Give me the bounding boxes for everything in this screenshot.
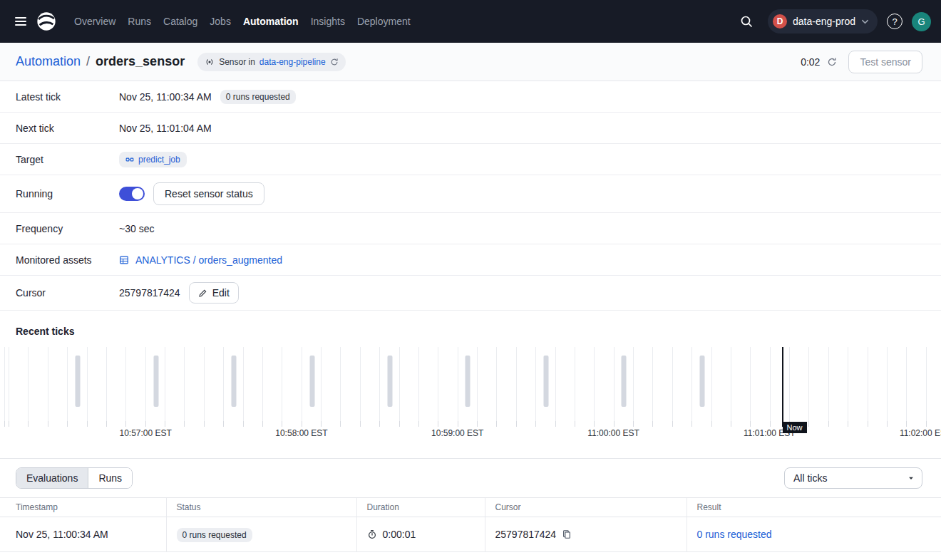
sensor-location-badge: Sensor in data-eng-pipeline — [197, 53, 345, 71]
avatar-initial: G — [917, 16, 925, 27]
tick-bar[interactable] — [153, 356, 158, 407]
deployment-badge: D — [773, 14, 787, 28]
page-title: orders_sensor — [96, 54, 185, 69]
recent-ticks-chart: 10:57:00 EST10:58:00 EST10:59:00 EST11:0… — [0, 347, 941, 441]
now-chip: Now — [783, 422, 807, 433]
copy-cursor-button[interactable] — [562, 529, 572, 539]
tick-bar[interactable] — [466, 356, 470, 407]
breadcrumb: Automation / orders_sensor — [16, 54, 185, 69]
nav-item-insights[interactable]: Insights — [311, 16, 345, 27]
reset-sensor-status-button[interactable]: Reset sensor status — [153, 182, 264, 205]
chevron-down-icon — [861, 18, 869, 26]
row-cursor: 25797817424 — [495, 529, 557, 540]
primary-nav: Overview Runs Catalog Jobs Automation In… — [74, 16, 411, 27]
monitored-asset-link[interactable]: ANALYTICS / orders_augmented — [119, 254, 282, 266]
nav-item-automation[interactable]: Automation — [243, 16, 299, 27]
column-header-cursor: Cursor — [485, 498, 687, 517]
detail-row-latest-tick: Latest tick Nov 25, 11:00:34 AM 0 runs r… — [0, 81, 941, 113]
axis-label: 10:57:00 EST — [120, 428, 172, 438]
nav-item-deployment[interactable]: Deployment — [357, 16, 411, 27]
next-tick-value: Nov 25, 11:01:04 AM — [119, 123, 212, 134]
column-header-timestamp: Timestamp — [0, 498, 166, 517]
deployment-switcher[interactable]: D data-eng-prod — [768, 9, 878, 33]
row-status-badge: 0 runs requested — [177, 528, 252, 542]
sensor-icon — [205, 57, 215, 67]
job-icon — [125, 155, 134, 164]
nav-item-jobs[interactable]: Jobs — [210, 16, 231, 27]
asset-table-icon — [119, 255, 129, 265]
detail-row-running: Running Reset sensor status — [0, 175, 941, 213]
detail-row-next-tick: Next tick Nov 25, 11:01:04 AM — [0, 113, 941, 144]
cursor-label: Cursor — [16, 287, 119, 299]
target-job-chip[interactable]: predict_job — [119, 152, 187, 167]
column-header-result: Result — [687, 498, 941, 517]
nav-item-catalog[interactable]: Catalog — [163, 16, 197, 27]
breadcrumb-automation-link[interactable]: Automation — [16, 54, 81, 69]
tick-bar[interactable] — [622, 356, 627, 407]
evaluations-table: Timestamp Status Duration Cursor Result … — [0, 497, 941, 552]
dagster-logo-icon — [36, 11, 57, 32]
search-button[interactable] — [734, 9, 759, 33]
dagster-logo[interactable] — [36, 11, 57, 32]
deployment-name: data-eng-prod — [793, 16, 855, 27]
edit-cursor-button[interactable]: Edit — [189, 282, 239, 304]
navbar-right-cluster: D data-eng-prod ? G — [734, 9, 931, 33]
user-avatar[interactable]: G — [912, 12, 931, 31]
code-location-link[interactable]: data-eng-pipeline — [259, 57, 326, 67]
refresh-icon[interactable] — [827, 57, 837, 67]
tab-runs[interactable]: Runs — [88, 468, 132, 488]
tick-bar[interactable] — [387, 356, 392, 407]
column-header-status: Status — [166, 498, 356, 517]
sensor-details-panel: Latest tick Nov 25, 11:00:34 AM 0 runs r… — [0, 81, 941, 311]
tick-bar[interactable] — [699, 356, 704, 407]
tick-bar[interactable] — [232, 356, 237, 407]
tick-bar[interactable] — [543, 356, 548, 407]
refresh-countdown: 0:02 — [801, 56, 820, 68]
table-header-row: Timestamp Status Duration Cursor Result — [0, 498, 941, 517]
axis-label: 10:58:00 EST — [275, 428, 327, 438]
table-row: Nov 25, 11:00:34 AM 0 runs requested 0:0… — [0, 517, 941, 552]
detail-row-monitored-assets: Monitored assets ANALYTICS / orders_augm… — [0, 244, 941, 276]
header-right-cluster: 0:02 Test sensor — [801, 51, 922, 73]
now-line — [782, 347, 783, 427]
frequency-label: Frequency — [16, 223, 119, 234]
latest-tick-status-badge: 0 runs requested — [220, 90, 296, 104]
row-result-link[interactable]: 0 runs requested — [697, 529, 772, 540]
row-duration: 0:00:01 — [383, 529, 416, 540]
hamburger-menu-button[interactable] — [9, 9, 33, 33]
next-tick-label: Next tick — [16, 123, 119, 134]
reload-icon[interactable] — [330, 58, 339, 66]
sensor-badge-text: Sensor in — [219, 57, 255, 67]
column-header-duration: Duration — [356, 498, 485, 517]
detail-row-frequency: Frequency ~30 sec — [0, 213, 941, 244]
nav-item-runs[interactable]: Runs — [128, 16, 151, 27]
tab-evaluations[interactable]: Evaluations — [16, 468, 88, 488]
cursor-value: 25797817424 — [119, 287, 180, 299]
row-timestamp: Nov 25, 11:00:34 AM — [16, 529, 108, 540]
breadcrumb-separator: / — [86, 54, 90, 69]
recent-ticks-title: Recent ticks — [0, 311, 941, 347]
tick-filter-value: All ticks — [793, 472, 827, 484]
nav-item-overview[interactable]: Overview — [74, 16, 115, 27]
tick-chart-grid — [0, 347, 941, 421]
help-button[interactable]: ? — [887, 14, 903, 29]
tick-filter-select[interactable]: All ticks — [784, 467, 922, 489]
evaluations-toolbar: Evaluations Runs All ticks — [0, 459, 941, 497]
target-label: Target — [16, 154, 119, 165]
edit-button-label: Edit — [212, 287, 230, 299]
frequency-value: ~30 sec — [119, 223, 154, 234]
test-sensor-button[interactable]: Test sensor — [848, 51, 922, 73]
axis-label: 11:02:00 EST — [900, 428, 941, 438]
search-icon — [740, 15, 753, 28]
hamburger-icon — [14, 14, 28, 28]
view-segmented-control: Evaluations Runs — [16, 467, 133, 489]
help-label: ? — [892, 16, 897, 27]
latest-tick-value: Nov 25, 11:00:34 AM — [119, 91, 212, 103]
tick-bar[interactable] — [76, 356, 81, 407]
latest-tick-label: Latest tick — [16, 91, 119, 103]
copy-icon — [562, 529, 572, 539]
detail-row-cursor: Cursor 25797817424 Edit — [0, 276, 941, 311]
top-navbar: Overview Runs Catalog Jobs Automation In… — [0, 0, 941, 43]
tick-bar[interactable] — [309, 356, 314, 407]
running-toggle[interactable] — [119, 187, 145, 201]
